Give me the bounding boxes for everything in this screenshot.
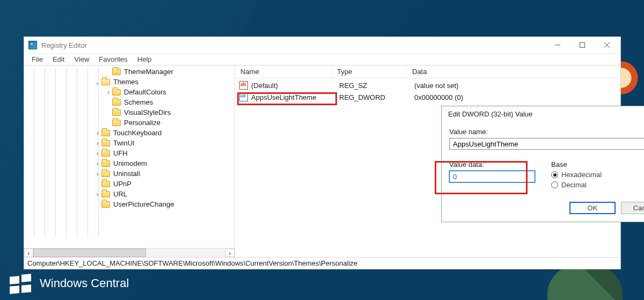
dword-value-icon <box>239 93 248 101</box>
menu-favorites[interactable]: Favorites <box>94 54 131 64</box>
value-name-label: Value name: <box>449 128 644 136</box>
folder-icon <box>112 89 121 96</box>
site-name: Windows Central <box>40 276 129 290</box>
cancel-button[interactable]: Cancel <box>621 202 644 214</box>
edit-dword-dialog: Edit DWORD (32-bit) Value Value name: Va… <box>441 106 644 222</box>
value-type: REG_SZ <box>336 82 411 90</box>
folder-icon <box>112 109 121 116</box>
value-data-field[interactable] <box>449 171 535 182</box>
folder-icon <box>101 201 110 208</box>
folder-icon <box>101 130 110 136</box>
minimize-button[interactable] <box>545 37 570 53</box>
value-name-field[interactable] <box>449 138 644 150</box>
string-value-icon <box>239 81 248 90</box>
folder-icon <box>101 191 110 197</box>
value-row[interactable]: AppsUseLightThemeREG_DWORD0x00000000 (0) <box>235 91 620 103</box>
dialog-title-bar[interactable]: Edit DWORD (32-bit) Value <box>442 106 644 121</box>
site-watermark: Windows Central <box>10 272 129 295</box>
col-type[interactable]: Type <box>332 68 407 76</box>
radio-dot-icon <box>551 181 558 188</box>
folder-icon <box>112 99 121 106</box>
status-bar <box>24 257 620 269</box>
folder-icon <box>101 79 110 85</box>
folder-icon <box>101 160 110 167</box>
folder-icon <box>101 171 110 177</box>
folder-icon <box>112 120 121 126</box>
windows-logo-icon <box>10 272 32 295</box>
value-name: (Default) <box>251 82 336 90</box>
title-bar[interactable]: Registry Editor <box>24 37 620 53</box>
window-title: Registry Editor <box>41 41 545 49</box>
menu-file[interactable]: File <box>27 54 47 64</box>
tree-horizontal-scrollbar[interactable]: ‹ › <box>24 248 235 257</box>
menu-view[interactable]: View <box>70 54 93 64</box>
value-row[interactable]: (Default)REG_SZ(value not set) <box>235 79 620 91</box>
menu-bar: File Edit View Favorites Help <box>24 53 620 65</box>
app-icon <box>28 41 37 49</box>
col-data[interactable]: Data <box>407 68 620 76</box>
radio-dot-icon <box>551 171 558 178</box>
folder-icon <box>112 69 121 75</box>
tree-panel[interactable]: ThemeManager⌄Themes›DefaultColorsSchemes… <box>24 65 235 257</box>
radio-hexadecimal[interactable]: Hexadecimal <box>551 171 602 179</box>
menu-edit[interactable]: Edit <box>48 54 69 64</box>
maximize-button[interactable] <box>570 37 595 53</box>
folder-icon <box>101 140 110 147</box>
value-data: 0x00000000 (0) <box>411 93 620 101</box>
value-name: AppsUseLightTheme <box>251 93 336 101</box>
value-data: (value not set) <box>411 82 620 90</box>
value-data-label: Value data: <box>449 160 535 169</box>
close-button[interactable] <box>595 37 619 53</box>
scroll-right-button[interactable]: › <box>225 248 235 257</box>
col-name[interactable]: Name <box>235 68 332 76</box>
column-headers[interactable]: Name Type Data <box>235 65 620 78</box>
scroll-thumb[interactable] <box>33 248 146 257</box>
svg-rect-0 <box>580 43 585 48</box>
menu-help[interactable]: Help <box>133 54 156 64</box>
registry-editor-window: Registry Editor File Edit View Favorites… <box>24 36 621 269</box>
folder-icon <box>101 181 110 187</box>
ok-button[interactable]: OK <box>569 202 616 214</box>
address-path-field[interactable] <box>24 258 620 269</box>
scroll-left-button[interactable]: ‹ <box>24 248 33 257</box>
radio-decimal[interactable]: Decimal <box>551 181 602 189</box>
dialog-title: Edit DWORD (32-bit) Value <box>448 110 644 118</box>
values-panel[interactable]: Name Type Data (Default)REG_SZ(value not… <box>235 65 620 257</box>
folder-icon <box>101 150 110 157</box>
base-group-label: Base <box>551 160 602 169</box>
value-type: REG_DWORD <box>336 93 411 101</box>
